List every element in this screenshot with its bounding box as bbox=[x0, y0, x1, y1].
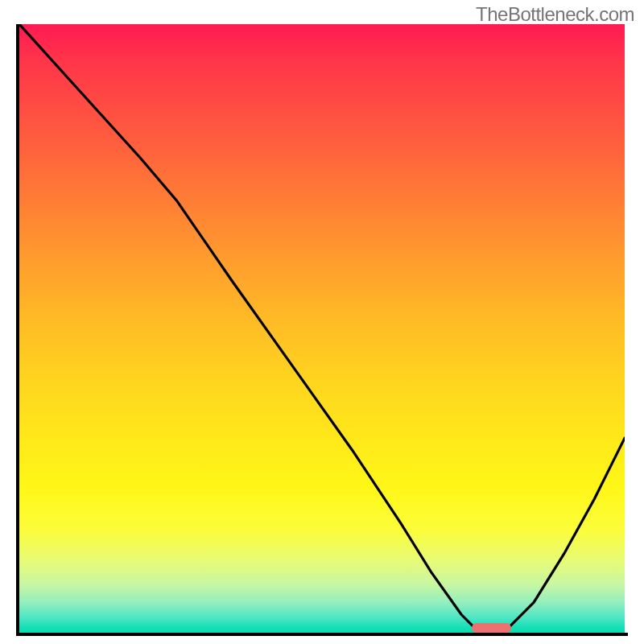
curve-path bbox=[19, 24, 625, 633]
x-axis-spine bbox=[16, 633, 628, 636]
watermark-text: TheBottleneck.com bbox=[476, 3, 634, 26]
chart-container bbox=[16, 24, 628, 636]
y-axis-spine bbox=[16, 24, 19, 636]
optimum-marker bbox=[472, 623, 511, 633]
curve-layer bbox=[19, 24, 625, 633]
plot-area bbox=[19, 24, 625, 633]
